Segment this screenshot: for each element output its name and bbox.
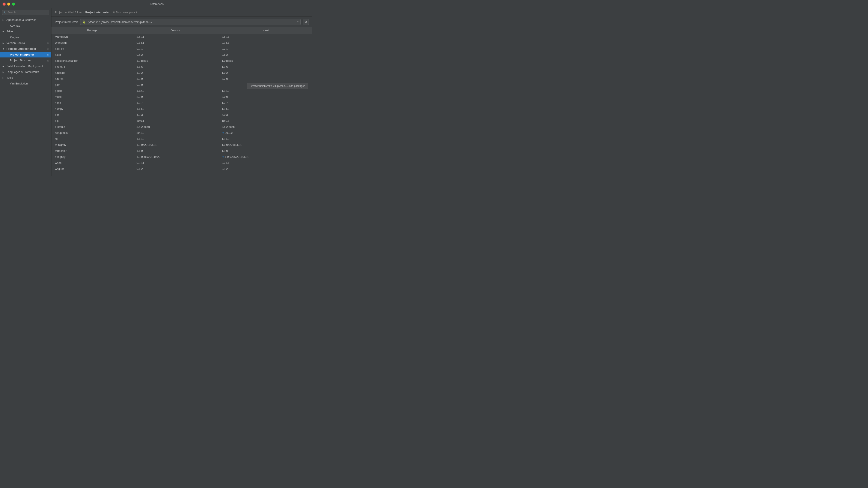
table-row[interactable]: futures3.2.03.2.0 xyxy=(52,76,312,82)
cell-package: enum34 xyxy=(52,64,133,70)
cell-package: termcolor xyxy=(52,148,133,154)
table-row[interactable]: setuptools39.1.0➡39.2.0 xyxy=(52,130,312,136)
title-bar: Preferences xyxy=(0,0,312,8)
window-title: Preferences xyxy=(149,2,164,6)
cell-latest: 1.0.2 xyxy=(218,70,312,76)
table-row[interactable]: absl-py0.2.10.2.1 xyxy=(52,46,312,52)
packages-table: Package Version Latest Markdown2.6.112.6… xyxy=(52,27,312,172)
sidebar-item-tools[interactable]: ▶ Tools xyxy=(0,75,51,81)
col-latest[interactable]: Latest xyxy=(218,27,312,34)
cell-latest: 4.0.3 xyxy=(218,112,312,118)
table-row[interactable]: wsgiref0.1.20.1.2 xyxy=(52,166,312,172)
cell-package: protobuf xyxy=(52,124,133,130)
interpreter-label: Project Interpreter: xyxy=(55,20,78,24)
cell-latest: 0.6.2 xyxy=(218,52,312,58)
table-row[interactable]: tb-nightly1.9.0a201805211.9.0a20180521 xyxy=(52,142,312,148)
content-area: Project: untitled folder › Project Inter… xyxy=(52,8,312,176)
table-row[interactable]: Markdown2.6.112.6.11 xyxy=(52,34,312,40)
table-row[interactable]: wheel0.31.10.31.1 xyxy=(52,160,312,166)
table-row[interactable]: nose1.3.71.3.7 xyxy=(52,100,312,106)
sidebar-item-label: Languages & Frameworks xyxy=(6,70,39,73)
cell-package: setuptools xyxy=(52,130,133,136)
cell-version: 1.0.2 xyxy=(133,70,218,76)
minimize-button[interactable] xyxy=(7,3,10,6)
cell-package: Werkzeug xyxy=(52,40,133,46)
cell-version: 1.3.7 xyxy=(133,100,218,106)
sidebar-item-label: Keymap xyxy=(10,24,20,27)
table-row[interactable]: enum341.1.61.1.6 xyxy=(52,64,312,70)
arrow-icon: ▶ xyxy=(3,19,5,21)
cell-package: numpy xyxy=(52,106,133,112)
cell-package: funcsigs xyxy=(52,70,133,76)
sidebar-item-plugins[interactable]: Plugins xyxy=(0,34,51,40)
search-input[interactable] xyxy=(2,10,49,15)
table-row[interactable]: tf-nightly1.9.0.dev20180520➡1.9.0.dev201… xyxy=(52,154,312,160)
cell-version: 1.11.0 xyxy=(133,136,218,142)
tag-text: For current project xyxy=(116,11,137,14)
sidebar-item-vim[interactable]: Vim Emulation xyxy=(0,81,51,86)
upgrade-arrow-icon: ➡ xyxy=(222,155,224,158)
table-row[interactable]: pip10.0.110.0.1 xyxy=(52,118,312,124)
table-row[interactable]: protobuf3.5.2.post13.5.2.post1 xyxy=(52,124,312,130)
sidebar-item-build[interactable]: ▶ Build, Execution, Deployment xyxy=(0,63,51,69)
sidebar-item-label: Version Control xyxy=(6,41,26,44)
cell-version: 39.1.0 xyxy=(133,130,218,136)
cell-latest: 10.0.1 xyxy=(218,118,312,124)
sidebar-item-label: Plugins xyxy=(10,36,19,39)
interpreter-select[interactable]: 🐍 Python 2.7 (env2) ~/testvittualenv/env… xyxy=(80,19,301,25)
interpreter-select-wrap: 🐍 Python 2.7 (env2) ~/testvittualenv/env… xyxy=(80,19,301,25)
table-row[interactable]: backports.weakref1.0.post11.0.post1 xyxy=(52,58,312,64)
col-package[interactable]: Package xyxy=(52,27,133,34)
cell-latest: ➡1.9.0.dev20180521 xyxy=(218,154,312,160)
sidebar-item-project-interpreter[interactable]: Project Interpreter ⎘ xyxy=(0,52,51,58)
cell-version: 1.9.0a20180521 xyxy=(133,142,218,148)
table-header-row: Package Version Latest xyxy=(52,27,312,34)
table-row[interactable]: six1.11.01.11.0 xyxy=(52,136,312,142)
table-row[interactable]: numpy1.14.31.14.3 xyxy=(52,106,312,112)
cell-package: wheel xyxy=(52,160,133,166)
sidebar-item-appearance[interactable]: ▶ Appearance & Behavior xyxy=(0,17,51,23)
table-row[interactable]: Werkzeug0.14.10.14.1 xyxy=(52,40,312,46)
sidebar-item-editor[interactable]: ▶ Editor xyxy=(0,29,51,34)
cell-version: 10.0.1 xyxy=(133,118,218,124)
table-row[interactable]: mock2.0.02.0.0 xyxy=(52,94,312,100)
cell-version: 4.0.3 xyxy=(133,112,218,118)
cell-version: 1.0.post1 xyxy=(133,58,218,64)
copy-icon: ⎘ xyxy=(47,42,49,44)
sidebar-item-keymap[interactable]: Keymap xyxy=(0,23,51,29)
cell-latest: 2.0.0 xyxy=(218,94,312,100)
copy-icon: ⎘ xyxy=(47,48,49,50)
arrow-icon: ▶ xyxy=(3,77,5,79)
cell-version: 1.9.0.dev20180520 xyxy=(133,154,218,160)
cell-version: 2.0.0 xyxy=(133,94,218,100)
cell-latest: 0.31.1 xyxy=(218,160,312,166)
gear-button[interactable]: ⚙ xyxy=(303,19,309,25)
sidebar-item-label: Vim Emulation xyxy=(10,82,28,85)
sidebar-item-project-untitled[interactable]: ▼ Project: untitled folder ⎘ xyxy=(0,46,51,52)
cell-package: astor xyxy=(52,52,133,58)
cell-latest: 1.9.0a20180521 xyxy=(218,142,312,148)
tag-icon: 🖥 xyxy=(112,11,115,14)
cell-package: backports.weakref xyxy=(52,58,133,64)
sidebar-item-languages[interactable]: ▶ Languages & Frameworks xyxy=(0,69,51,75)
cell-latest: 1.11.0 xyxy=(218,136,312,142)
maximize-button[interactable] xyxy=(12,3,15,6)
sidebar-item-version-control[interactable]: ▶ Version Control ⎘ xyxy=(0,40,51,46)
cell-latest: 3.2.0 xyxy=(218,76,312,82)
sidebar-item-project-structure[interactable]: Project Structure ⎘ xyxy=(0,58,51,63)
sidebar-item-label: Build, Execution, Deployment xyxy=(6,64,43,68)
table-row[interactable]: funcsigs1.0.21.0.2 xyxy=(52,70,312,76)
cell-package: absl-py xyxy=(52,46,133,52)
table-row[interactable]: termcolor1.1.01.1.0 xyxy=(52,148,312,154)
cell-version: 0.14.1 xyxy=(133,40,218,46)
cell-version: 0.31.1 xyxy=(133,160,218,166)
col-version[interactable]: Version xyxy=(133,27,218,34)
copy-icon: ⎘ xyxy=(47,53,49,56)
table-row[interactable]: pbr4.0.34.0.3 xyxy=(52,112,312,118)
cell-package: pip xyxy=(52,118,133,124)
close-button[interactable] xyxy=(3,3,6,6)
cell-version: 1.12.0 xyxy=(133,88,218,94)
cell-package: Markdown xyxy=(52,34,133,40)
table-row[interactable]: astor0.6.20.6.2 xyxy=(52,52,312,58)
breadcrumb: Project: untitled folder › Project Inter… xyxy=(52,8,312,17)
